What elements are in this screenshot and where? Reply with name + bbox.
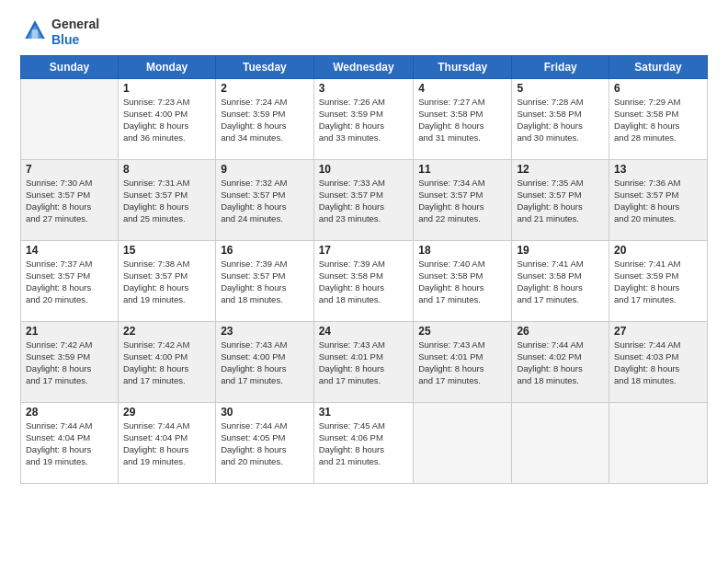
day-info: Sunrise: 7:42 AM Sunset: 3:59 PM Dayligh… [26,339,113,387]
day-info: Sunrise: 7:39 AM Sunset: 3:58 PM Dayligh… [319,258,409,306]
day-info: Sunrise: 7:38 AM Sunset: 3:57 PM Dayligh… [123,258,210,306]
day-cell: 27Sunrise: 7:44 AM Sunset: 4:03 PM Dayli… [609,321,708,402]
day-cell: 23Sunrise: 7:43 AM Sunset: 4:00 PM Dayli… [216,321,313,402]
weekday-thursday: Thursday [414,55,512,78]
day-number: 28 [26,406,113,419]
day-number: 13 [614,163,702,176]
day-info: Sunrise: 7:43 AM Sunset: 4:01 PM Dayligh… [319,339,409,387]
day-number: 14 [26,244,113,257]
day-cell: 6Sunrise: 7:29 AM Sunset: 3:58 PM Daylig… [609,78,708,159]
day-number: 11 [418,163,506,176]
day-number: 2 [221,82,308,95]
day-number: 3 [319,82,409,95]
day-cell: 3Sunrise: 7:26 AM Sunset: 3:59 PM Daylig… [313,78,414,159]
day-cell [21,78,119,159]
day-cell: 12Sunrise: 7:35 AM Sunset: 3:57 PM Dayli… [512,159,609,240]
day-number: 5 [517,82,604,95]
day-info: Sunrise: 7:36 AM Sunset: 3:57 PM Dayligh… [614,177,702,225]
day-number: 21 [26,325,113,338]
day-number: 12 [517,163,604,176]
day-cell: 2Sunrise: 7:24 AM Sunset: 3:59 PM Daylig… [216,78,313,159]
logo-icon [22,17,48,43]
weekday-header-row: SundayMondayTuesdayWednesdayThursdayFrid… [21,55,708,78]
day-cell: 19Sunrise: 7:41 AM Sunset: 3:58 PM Dayli… [512,240,609,321]
svg-rect-2 [32,29,39,39]
day-number: 27 [614,325,702,338]
day-info: Sunrise: 7:37 AM Sunset: 3:57 PM Dayligh… [26,258,113,306]
day-info: Sunrise: 7:26 AM Sunset: 3:59 PM Dayligh… [319,96,409,144]
week-row-2: 7Sunrise: 7:30 AM Sunset: 3:57 PM Daylig… [21,159,708,240]
day-cell: 10Sunrise: 7:33 AM Sunset: 3:57 PM Dayli… [313,159,414,240]
day-cell: 21Sunrise: 7:42 AM Sunset: 3:59 PM Dayli… [21,321,119,402]
day-cell [512,402,609,483]
day-cell: 9Sunrise: 7:32 AM Sunset: 3:57 PM Daylig… [216,159,313,240]
day-number: 16 [221,244,308,257]
calendar-table: SundayMondayTuesdayWednesdayThursdayFrid… [20,55,708,484]
day-number: 10 [319,163,409,176]
day-number: 7 [26,163,113,176]
weekday-saturday: Saturday [609,55,708,78]
day-cell: 7Sunrise: 7:30 AM Sunset: 3:57 PM Daylig… [21,159,119,240]
day-cell: 4Sunrise: 7:27 AM Sunset: 3:58 PM Daylig… [414,78,512,159]
day-number: 20 [614,244,702,257]
day-info: Sunrise: 7:45 AM Sunset: 4:06 PM Dayligh… [319,419,409,468]
day-number: 31 [319,406,409,419]
day-info: Sunrise: 7:29 AM Sunset: 3:58 PM Dayligh… [614,96,702,144]
day-cell: 22Sunrise: 7:42 AM Sunset: 4:00 PM Dayli… [118,321,215,402]
day-info: Sunrise: 7:44 AM Sunset: 4:03 PM Dayligh… [614,339,702,387]
day-number: 9 [221,163,308,176]
weekday-wednesday: Wednesday [313,55,414,78]
day-cell: 1Sunrise: 7:23 AM Sunset: 4:00 PM Daylig… [118,78,215,159]
day-cell: 31Sunrise: 7:45 AM Sunset: 4:06 PM Dayli… [313,402,414,483]
week-row-3: 14Sunrise: 7:37 AM Sunset: 3:57 PM Dayli… [21,240,708,321]
day-number: 23 [221,325,308,338]
day-info: Sunrise: 7:39 AM Sunset: 3:57 PM Dayligh… [221,258,308,306]
day-cell: 15Sunrise: 7:38 AM Sunset: 3:57 PM Dayli… [118,240,215,321]
weekday-tuesday: Tuesday [216,55,313,78]
day-info: Sunrise: 7:31 AM Sunset: 3:57 PM Dayligh… [123,177,210,225]
weekday-friday: Friday [512,55,609,78]
logo-general: General [51,17,99,32]
day-info: Sunrise: 7:42 AM Sunset: 4:00 PM Dayligh… [123,339,210,387]
weekday-monday: Monday [118,55,215,78]
day-cell: 29Sunrise: 7:44 AM Sunset: 4:04 PM Dayli… [118,402,215,483]
day-info: Sunrise: 7:32 AM Sunset: 3:57 PM Dayligh… [221,177,308,225]
header: General Blue [20,17,708,48]
week-row-1: 1Sunrise: 7:23 AM Sunset: 4:00 PM Daylig… [21,78,708,159]
page: General Blue SundayMondayTuesdayWednesda… [0,0,728,563]
day-info: Sunrise: 7:28 AM Sunset: 3:58 PM Dayligh… [517,96,604,144]
day-number: 22 [123,325,210,338]
day-info: Sunrise: 7:30 AM Sunset: 3:57 PM Dayligh… [26,177,113,225]
day-info: Sunrise: 7:44 AM Sunset: 4:04 PM Dayligh… [26,419,113,468]
day-cell: 20Sunrise: 7:41 AM Sunset: 3:59 PM Dayli… [609,240,708,321]
day-number: 19 [517,244,604,257]
day-info: Sunrise: 7:40 AM Sunset: 3:58 PM Dayligh… [418,258,506,306]
day-cell: 17Sunrise: 7:39 AM Sunset: 3:58 PM Dayli… [313,240,414,321]
day-cell: 13Sunrise: 7:36 AM Sunset: 3:57 PM Dayli… [609,159,708,240]
day-cell: 26Sunrise: 7:44 AM Sunset: 4:02 PM Dayli… [512,321,609,402]
day-cell: 24Sunrise: 7:43 AM Sunset: 4:01 PM Dayli… [313,321,414,402]
day-number: 6 [614,82,702,95]
day-info: Sunrise: 7:44 AM Sunset: 4:04 PM Dayligh… [123,419,210,468]
logo: General Blue [20,17,99,48]
day-cell: 18Sunrise: 7:40 AM Sunset: 3:58 PM Dayli… [414,240,512,321]
day-number: 30 [221,406,308,419]
day-cell: 25Sunrise: 7:43 AM Sunset: 4:01 PM Dayli… [414,321,512,402]
day-info: Sunrise: 7:41 AM Sunset: 3:59 PM Dayligh… [614,258,702,306]
day-cell [414,402,512,483]
week-row-4: 21Sunrise: 7:42 AM Sunset: 3:59 PM Dayli… [21,321,708,402]
day-cell: 28Sunrise: 7:44 AM Sunset: 4:04 PM Dayli… [21,402,119,483]
day-cell: 14Sunrise: 7:37 AM Sunset: 3:57 PM Dayli… [21,240,119,321]
weekday-sunday: Sunday [21,55,119,78]
day-cell [609,402,708,483]
day-info: Sunrise: 7:44 AM Sunset: 4:05 PM Dayligh… [221,419,308,468]
day-number: 24 [319,325,409,338]
logo-blue: Blue [51,32,99,48]
day-info: Sunrise: 7:44 AM Sunset: 4:02 PM Dayligh… [517,339,604,387]
day-number: 8 [123,163,210,176]
day-info: Sunrise: 7:33 AM Sunset: 3:57 PM Dayligh… [319,177,409,225]
day-cell: 11Sunrise: 7:34 AM Sunset: 3:57 PM Dayli… [414,159,512,240]
day-number: 17 [319,244,409,257]
day-info: Sunrise: 7:23 AM Sunset: 4:00 PM Dayligh… [123,96,210,144]
day-info: Sunrise: 7:41 AM Sunset: 3:58 PM Dayligh… [517,258,604,306]
